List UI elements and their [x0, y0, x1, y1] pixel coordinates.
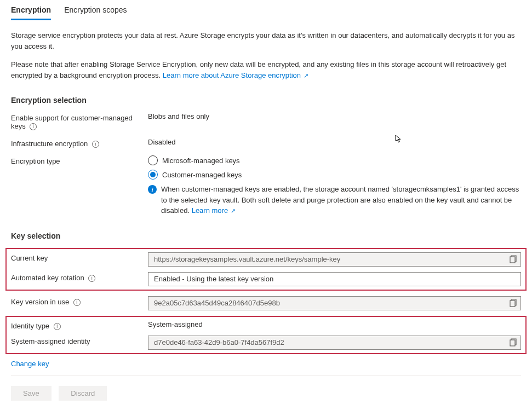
- tab-encryption-scopes[interactable]: Encryption scopes: [64, 2, 127, 20]
- discard-button[interactable]: Discard: [59, 386, 107, 401]
- radio-customer-managed[interactable]: Customer-managed keys: [148, 170, 521, 180]
- label-auto-rotation: Automated key rotation i: [11, 272, 148, 282]
- cmk-learn-more-link[interactable]: Learn more ↗: [192, 206, 236, 215]
- change-key-link[interactable]: Change key: [11, 360, 49, 368]
- cmk-info-banner: i When customer-managed keys are enabled…: [148, 184, 521, 216]
- label-identity-type: Identity type i: [11, 320, 148, 330]
- info-icon: i: [148, 185, 157, 194]
- highlight-current-key: Current key https://storagekeysamples.va…: [5, 248, 527, 291]
- radio-label: Microsoft-managed keys: [162, 157, 240, 165]
- info-icon[interactable]: i: [92, 141, 99, 148]
- value-infra-encryption: Disabled: [148, 138, 521, 146]
- external-link-icon: ↗: [302, 72, 308, 79]
- svg-rect-1: [510, 301, 515, 307]
- section-key-selection: Key selection: [11, 232, 521, 240]
- info-icon[interactable]: i: [54, 323, 61, 330]
- label-infra-encryption: Infrastructure encryption i: [11, 138, 148, 148]
- radio-label: Customer-managed keys: [162, 171, 242, 179]
- label-encryption-type: Encryption type: [11, 155, 148, 165]
- value-identity-type: System-assigned: [148, 320, 521, 328]
- radio-icon: [148, 170, 158, 180]
- auto-rotation-value: Enabled - Using the latest key version: [154, 275, 273, 283]
- field-auto-rotation[interactable]: Enabled - Using the latest key version: [148, 272, 521, 286]
- radio-icon: [148, 155, 158, 165]
- info-icon[interactable]: i: [88, 275, 95, 282]
- intro-paragraph-2: Please note that after enabling Storage …: [11, 59, 521, 80]
- highlight-identity: Identity type i System-assigned System-a…: [5, 316, 527, 354]
- svg-rect-0: [510, 257, 515, 263]
- info-icon[interactable]: i: [73, 299, 81, 306]
- divider: [11, 375, 521, 376]
- copy-icon[interactable]: [508, 255, 517, 264]
- value-cmk-support: Blobs and files only: [148, 112, 521, 120]
- label-current-key: Current key: [11, 252, 148, 262]
- field-system-identity: d7e0de46-fa63-42d9-b6a0-7f4da567f9d2: [148, 336, 521, 350]
- learn-more-link[interactable]: Learn more about Azure Storage encryptio…: [163, 71, 308, 79]
- key-version-value: 9e2a05c7d63a45d49ca2846407d5e98b: [154, 299, 508, 307]
- intro-paragraph-1: Storage service encryption protects your…: [11, 30, 521, 51]
- section-encryption-selection: Encryption selection: [11, 96, 521, 105]
- copy-icon[interactable]: [508, 338, 517, 347]
- label-cmk-support: Enable support for customer-managed keys…: [11, 112, 148, 130]
- tab-encryption[interactable]: Encryption: [11, 2, 51, 20]
- system-identity-value: d7e0de46-fa63-42d9-b6a0-7f4da567f9d2: [154, 338, 508, 346]
- tabs: Encryption Encryption scopes: [11, 0, 521, 20]
- radio-microsoft-managed[interactable]: Microsoft-managed keys: [148, 155, 521, 165]
- info-icon[interactable]: i: [30, 123, 37, 130]
- field-key-version: 9e2a05c7d63a45d49ca2846407d5e98b: [148, 296, 521, 310]
- label-key-version: Key version in use i: [11, 296, 148, 306]
- external-link-icon: ↗: [229, 207, 236, 214]
- label-system-identity: System-assigned identity: [11, 336, 148, 345]
- current-key-value: https://storagekeysamples.vault.azure.ne…: [154, 255, 508, 263]
- copy-icon[interactable]: [508, 299, 517, 308]
- svg-rect-2: [510, 340, 515, 346]
- save-button[interactable]: Save: [11, 386, 52, 401]
- field-current-key: https://storagekeysamples.vault.azure.ne…: [148, 252, 521, 267]
